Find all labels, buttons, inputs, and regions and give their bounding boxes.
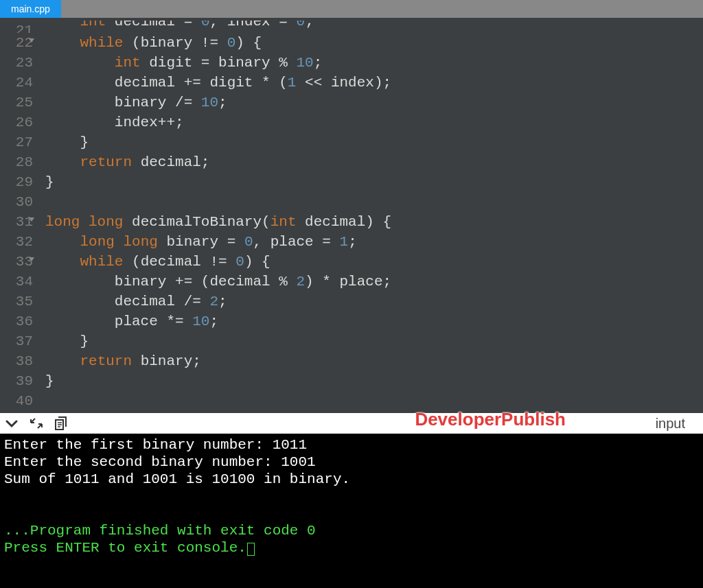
- console-line: Sum of 1011 and 1001 is 10100 in binary.: [4, 471, 350, 487]
- tab-label: main.cpp: [11, 3, 50, 14]
- collapse-icon[interactable]: [5, 419, 18, 428]
- console-cursor: [247, 543, 255, 556]
- console-prompt: Press ENTER to exit console.: [4, 540, 246, 556]
- output-console[interactable]: Enter the first binary number: 1011 Ente…: [0, 434, 703, 588]
- code-editor[interactable]: 2122232425262728293031323334353637383940…: [0, 18, 703, 413]
- tab-file[interactable]: main.cpp: [0, 0, 61, 18]
- tab-bar: main.cpp: [0, 0, 703, 18]
- expand-icon[interactable]: [30, 417, 43, 430]
- line-number-gutter: 2122232425262728293031323334353637383940: [0, 18, 40, 413]
- input-label[interactable]: input: [656, 416, 685, 432]
- console-line: Enter the second binary number: 1001: [4, 454, 316, 470]
- console-exit: ...Program finished with exit code 0: [4, 523, 316, 539]
- code-content[interactable]: int decimal = 0, index = 0; while (binar…: [40, 18, 703, 413]
- console-line: Enter the first binary number: 1011: [4, 437, 307, 453]
- console-toolbar: DeveloperPublish input: [0, 413, 703, 434]
- copy-icon[interactable]: [55, 416, 67, 430]
